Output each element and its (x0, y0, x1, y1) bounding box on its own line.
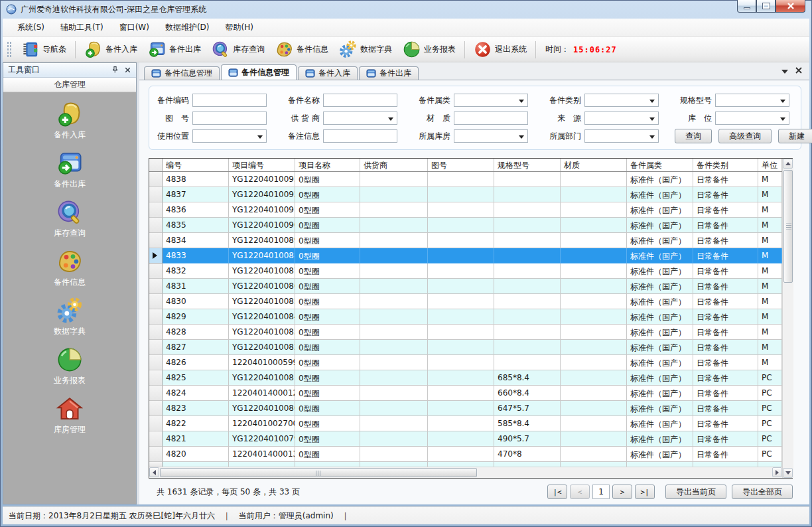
toolbar-parts-outbound-button[interactable]: 备件出库 (143, 38, 206, 60)
prev-page-button[interactable]: < (570, 485, 590, 499)
scroll-up-button[interactable] (783, 159, 793, 169)
sidebar-item-data-dict[interactable]: 数据字典 (54, 297, 86, 337)
table-row[interactable]: 482012204014000130型圈470*8标准件（国产）日常备件PC (149, 447, 782, 462)
row-selector[interactable] (149, 386, 163, 401)
part-name-input[interactable] (323, 94, 397, 107)
sidebar-section-header[interactable]: 仓库管理 (3, 78, 136, 92)
row-selector[interactable] (149, 416, 163, 431)
table-row[interactable]: 482412204014000120型圈660*8.4标准件（国产）日常备件PC (149, 386, 782, 401)
table-row[interactable]: 4825YG122040100810型圈685*8.4标准件（国产）日常备件PC (149, 370, 782, 386)
menu-item-1[interactable]: 辅助工具(T) (52, 19, 111, 36)
sidebar-item-warehouse-mgmt[interactable]: 库房管理 (54, 396, 86, 435)
row-selector[interactable] (149, 447, 163, 462)
column-header-9[interactable]: 单位 (758, 159, 782, 171)
horizontal-scrollbar[interactable] (149, 467, 782, 478)
export-all-pages-button[interactable]: 导出全部页 (732, 485, 793, 499)
row-selector[interactable] (149, 218, 163, 233)
tab-1[interactable]: 备件信息管理 (221, 64, 297, 80)
supplier-select[interactable] (323, 112, 397, 125)
column-header-6[interactable]: 材质 (561, 159, 627, 171)
row-selector[interactable] (149, 340, 163, 355)
spec-model-select[interactable] (715, 94, 789, 107)
row-selector[interactable] (149, 187, 163, 202)
sidebar-item-parts-inbound[interactable]: 备件入库 (54, 101, 86, 141)
table-row[interactable]: 4831YG122040100860型圈标准件（国产）日常备件M (149, 279, 782, 294)
part-code-input[interactable] (192, 94, 267, 107)
horizontal-scroll-thumb[interactable] (160, 468, 477, 477)
row-selector[interactable] (149, 325, 163, 340)
export-current-page-button[interactable]: 导出当前页 (665, 485, 726, 499)
tool-window-close-button[interactable] (122, 65, 133, 76)
column-header-0[interactable]: 编号 (163, 159, 229, 171)
advanced-query-button[interactable]: 高级查询 (718, 129, 772, 143)
table-row[interactable]: 4827YG122040100820型圈标准件（国产）日常备件M (149, 340, 782, 355)
row-selector[interactable] (149, 401, 163, 416)
table-row[interactable]: 4821YG122040100790型圈490*5.7标准件（国产）日常备件PC (149, 431, 782, 447)
table-row[interactable]: 482212204010027000型圈585*8.4标准件（国产）日常备件PC (149, 416, 782, 431)
row-selector[interactable] (149, 264, 163, 279)
part-genus-select[interactable] (454, 94, 528, 107)
table-row[interactable]: 4834YG122040100890型圈标准件（国产）日常备件M (149, 233, 782, 248)
maximize-button[interactable] (756, 0, 776, 13)
new-button[interactable]: 新建 (778, 129, 812, 143)
column-header-7[interactable]: 备件属类 (627, 159, 693, 171)
menu-item-4[interactable]: 帮助(H) (218, 19, 261, 36)
column-header-8[interactable]: 备件类别 (693, 159, 758, 171)
table-row[interactable]: 4829YG122040100840型圈标准件（国产）日常备件M (149, 309, 782, 325)
toolbar-data-dict-button[interactable]: 数据字典 (334, 38, 397, 60)
row-selector[interactable] (149, 370, 163, 386)
table-row[interactable]: 4833YG122040100880型圈标准件（国产）日常备件M (149, 248, 782, 264)
query-button[interactable]: 查询 (675, 129, 712, 143)
minimize-button[interactable] (737, 0, 756, 13)
first-page-button[interactable]: |< (547, 485, 567, 499)
sidebar-item-business-report[interactable]: 业务报表 (54, 346, 86, 386)
row-selector[interactable] (149, 202, 163, 218)
table-row[interactable]: 4828YG122040100830型圈标准件（国产）日常备件M (149, 325, 782, 340)
table-row[interactable]: 482612204010005990型圈标准件（国产）日常备件M (149, 355, 782, 370)
current-page-input[interactable]: 1 (592, 485, 610, 499)
tab-list-dropdown-icon[interactable] (781, 70, 788, 74)
column-header-4[interactable]: 图号 (428, 159, 494, 171)
menu-item-3[interactable]: 数据维护(D) (157, 19, 218, 36)
scroll-down-button[interactable] (783, 468, 793, 478)
remark-input[interactable] (323, 129, 397, 143)
material-input[interactable] (454, 112, 528, 125)
tab-2[interactable]: 备件入库 (298, 66, 358, 80)
toolbar-business-report-button[interactable]: 业务报表 (397, 38, 461, 60)
drawing-no-input[interactable] (192, 112, 267, 125)
row-selector[interactable] (149, 431, 163, 447)
table-row[interactable]: 4836YG122040100910型圈标准件（国产）日常备件M (149, 202, 782, 218)
column-header-3[interactable]: 供货商 (360, 159, 428, 171)
location-select[interactable] (715, 112, 789, 125)
table-row[interactable]: 4835YG122040100900型圈标准件（国产）日常备件M (149, 218, 782, 233)
source-select[interactable] (584, 112, 659, 125)
row-selector[interactable] (149, 172, 163, 187)
part-class-select[interactable] (584, 94, 659, 107)
column-header-5[interactable]: 规格型号 (494, 159, 561, 171)
row-selector[interactable] (149, 279, 163, 294)
table-row[interactable]: 4837YG122040100920型圈标准件（国产）日常备件M (149, 187, 782, 202)
column-header-1[interactable]: 项目编号 (229, 159, 295, 171)
table-row[interactable]: 4830YG122040100850型圈标准件（国产）日常备件M (149, 294, 782, 309)
vertical-scrollbar[interactable] (782, 159, 793, 478)
sidebar-item-stock-query[interactable]: 库存查询 (54, 199, 86, 239)
toolbar-grip[interactable] (7, 41, 13, 58)
table-row[interactable]: 4823YG122040100800型圈647*5.7标准件（国产）日常备件PC (149, 401, 782, 416)
toolbar-exit-system-button[interactable]: 退出系统 (468, 38, 532, 60)
vertical-scroll-thumb[interactable] (783, 170, 793, 283)
tab-3[interactable]: 备件出库 (359, 66, 419, 80)
close-button[interactable] (776, 0, 805, 13)
toolbar-parts-inbound-button[interactable]: 备件入库 (79, 38, 143, 60)
scroll-right-button[interactable] (772, 467, 782, 477)
toolbar-navbar-button[interactable]: 导航条 (16, 38, 72, 60)
column-header-2[interactable]: 项目名称 (295, 159, 360, 171)
use-position-select[interactable] (192, 129, 267, 143)
row-selector[interactable] (149, 355, 163, 370)
tab-close-button[interactable] (795, 66, 803, 76)
sidebar-item-parts-outbound[interactable]: 备件出库 (54, 150, 86, 190)
row-selector[interactable] (149, 248, 163, 264)
last-page-button[interactable]: >| (635, 485, 655, 499)
row-selector[interactable] (149, 294, 163, 309)
warehouse-select[interactable] (454, 129, 528, 143)
department-select[interactable] (584, 129, 659, 143)
